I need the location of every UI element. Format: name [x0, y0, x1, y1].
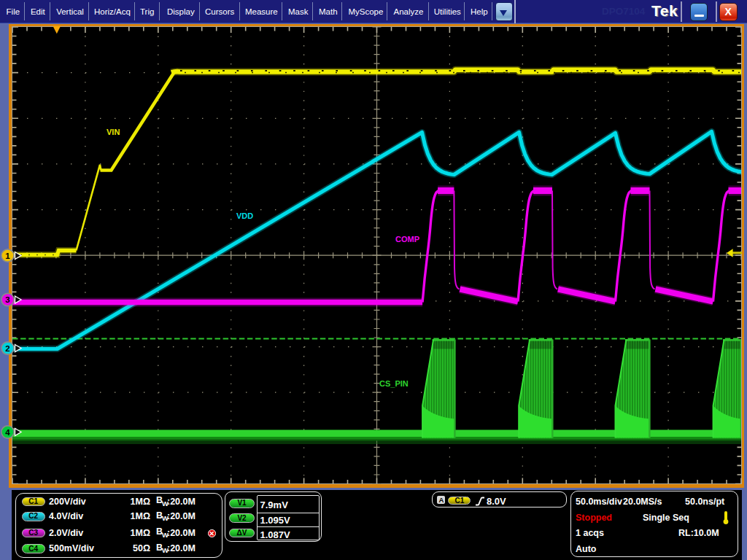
svg-text:VIN: VIN [107, 127, 120, 136]
svg-text:CS_PIN: CS_PIN [379, 379, 409, 388]
svg-text:VDD: VDD [236, 211, 253, 220]
svg-text:COMP: COMP [395, 235, 419, 244]
